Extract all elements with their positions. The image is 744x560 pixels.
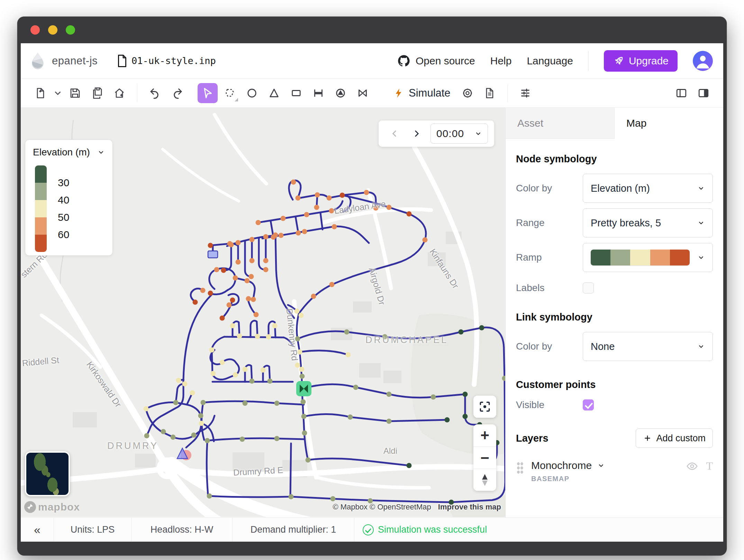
success-check-icon <box>363 524 374 535</box>
draw-pump-tool-button[interactable] <box>330 83 351 103</box>
legend-title[interactable]: Elevation (m) <box>33 147 90 158</box>
droplet-logo-icon <box>30 52 46 70</box>
layer-name: Monochrome <box>531 460 592 471</box>
maximize-window-button[interactable] <box>66 25 75 35</box>
desktop-background: epanet-js 01-uk-style.inp Open source <box>0 0 744 560</box>
simulate-button[interactable]: Simulate <box>389 87 455 99</box>
save-scenario-button[interactable] <box>109 83 129 103</box>
locate-control <box>473 396 496 418</box>
simulation-settings-button[interactable] <box>457 83 478 103</box>
demand-multiplier-status[interactable]: Demand multiplier: 1 <box>233 518 354 542</box>
file-chip[interactable]: 01-uk-style.inp <box>117 55 216 67</box>
chevron-down-icon <box>474 130 482 137</box>
drag-handle-icon[interactable] <box>517 462 524 474</box>
layer-type-label: BASEMAP <box>531 475 605 483</box>
next-timestep-button[interactable] <box>407 124 426 143</box>
mapbox-logo[interactable]: mapbox <box>24 501 80 513</box>
attribution-text[interactable]: © Mapbox © OpenStreetMap <box>333 503 431 511</box>
collapse-status-bar-button[interactable]: « <box>21 518 54 542</box>
lightning-icon <box>393 88 405 99</box>
app-brand: epanet-js <box>30 52 98 70</box>
range-select[interactable]: Pretty breaks, 5 <box>583 208 713 237</box>
legend-collapse-chevron-icon[interactable] <box>97 148 105 156</box>
layer-row-monochrome[interactable]: Monochrome BASEMAP T <box>516 460 713 483</box>
legend-tick: 30 <box>58 177 69 189</box>
new-file-button[interactable] <box>30 83 51 103</box>
link-color-by-label: Color by <box>516 341 583 352</box>
range-label: Range <box>516 217 583 228</box>
minimize-window-button[interactable] <box>48 25 57 35</box>
open-source-link[interactable]: Open source <box>397 54 475 68</box>
legend-tick: 60 <box>58 229 69 241</box>
toolbar: Simulate <box>21 79 723 108</box>
zoom-out-button[interactable]: − <box>473 446 496 469</box>
select-tool-button[interactable] <box>198 83 218 103</box>
draw-valve-tool-button[interactable] <box>353 83 373 103</box>
redo-button[interactable] <box>167 83 187 103</box>
ramp-label: Ramp <box>516 252 583 263</box>
lasso-select-tool-button[interactable] <box>220 83 240 103</box>
undo-button[interactable] <box>145 83 165 103</box>
color-by-label: Color by <box>516 183 583 194</box>
draw-reservoir-tool-button[interactable] <box>264 83 284 103</box>
compass-button[interactable] <box>473 469 496 491</box>
file-name: 01-uk-style.inp <box>131 55 216 66</box>
node-color-by-select[interactable]: Elevation (m) <box>583 174 713 203</box>
zoom-to-fit-button[interactable] <box>473 396 496 418</box>
map-label: Aldi <box>383 446 397 456</box>
save-button[interactable] <box>65 83 85 103</box>
help-link[interactable]: Help <box>490 55 512 67</box>
map-canvas[interactable]: stern RdRiddell StKirkoswald DrDRUMRYDru… <box>21 108 505 517</box>
tab-map[interactable]: Map <box>615 108 723 139</box>
customer-points-visible-checkbox[interactable] <box>583 399 594 410</box>
previous-timestep-button[interactable] <box>385 124 404 143</box>
github-icon <box>397 54 411 68</box>
rocket-icon <box>613 55 625 67</box>
basemap-style-thumbnail[interactable] <box>25 451 70 496</box>
map-label: DRUMCHAPEL <box>365 335 448 345</box>
upgrade-button[interactable]: Upgrade <box>604 50 678 72</box>
layer-visibility-eye-icon[interactable] <box>686 460 698 472</box>
draw-pipe-tool-button[interactable] <box>308 83 328 103</box>
simulate-label: Simulate <box>409 87 451 99</box>
toggle-left-panel-button[interactable] <box>671 83 691 103</box>
labels-label: Labels <box>516 282 583 293</box>
compass-icon <box>479 473 491 487</box>
draw-tank-tool-button[interactable] <box>286 83 306 103</box>
node-symbology-title: Node symbology <box>516 153 713 165</box>
close-window-button[interactable] <box>30 25 40 35</box>
improve-map-link[interactable]: Improve this map <box>438 503 501 511</box>
app-window: epanet-js 01-uk-style.inp Open source <box>17 17 727 556</box>
tab-asset[interactable]: Asset <box>506 108 615 139</box>
chevron-down-icon <box>697 184 705 192</box>
add-custom-layer-button[interactable]: Add custom <box>636 428 713 448</box>
labels-checkbox[interactable] <box>583 282 594 293</box>
draw-junction-tool-button[interactable] <box>242 83 262 103</box>
chevron-down-icon <box>697 254 705 261</box>
simulation-report-button[interactable] <box>480 83 500 103</box>
new-file-menu-chevron[interactable] <box>53 83 63 103</box>
link-color-by-select[interactable]: None <box>583 332 713 361</box>
map-label: DRUMRY <box>107 441 158 451</box>
language-link[interactable]: Language <box>527 55 573 67</box>
ramp-select[interactable] <box>583 243 713 272</box>
save-as-button[interactable] <box>87 83 107 103</box>
headloss-status[interactable]: Headloss: H-W <box>131 518 233 542</box>
simulation-status[interactable]: Simulation was successful <box>354 518 723 542</box>
window-titlebar <box>17 17 727 43</box>
toggle-right-panel-button[interactable] <box>693 83 714 103</box>
settings-sliders-button[interactable] <box>515 83 535 103</box>
timestep-select[interactable]: 00:00 <box>430 124 488 144</box>
user-avatar[interactable] <box>693 51 713 71</box>
app-name: epanet-js <box>52 55 98 67</box>
chevron-down-icon[interactable] <box>597 462 605 469</box>
app-header: epanet-js 01-uk-style.inp Open source <box>21 43 723 79</box>
chevron-down-icon <box>697 219 705 227</box>
time-control: 00:00 <box>379 120 494 147</box>
units-status[interactable]: Units: LPS <box>54 518 131 542</box>
toolbar-separator <box>507 84 508 102</box>
tool-submenu-indicator <box>235 98 238 101</box>
layer-labels-toggle-icon[interactable]: T <box>706 460 713 472</box>
zoom-in-button[interactable]: + <box>473 424 496 446</box>
plus-icon <box>643 434 652 443</box>
